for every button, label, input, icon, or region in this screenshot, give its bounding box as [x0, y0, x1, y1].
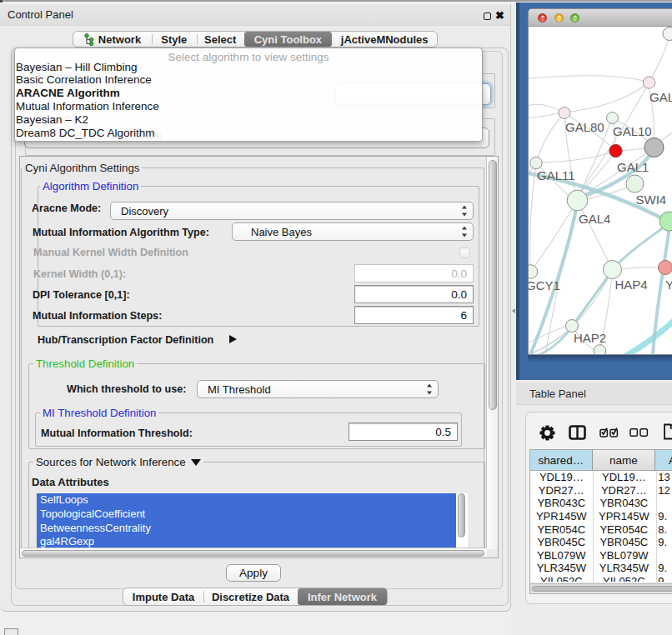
algorithm-item[interactable]: Basic Correlation Inference — [15, 73, 159, 87]
close-icon[interactable]: ✖ — [495, 9, 504, 22]
algorithm-item[interactable]: Dream8 DC_TDC Algorithm — [15, 127, 159, 140]
network-edge[interactable] — [536, 113, 564, 162]
network-node-node-bottom[interactable] — [594, 345, 606, 355]
network-edge[interactable] — [660, 128, 672, 142]
file-icon[interactable] — [663, 423, 672, 440]
tab-style[interactable]: Style — [152, 32, 197, 47]
network-edge[interactable] — [564, 82, 649, 112]
algorithm-item[interactable]: Bayesian – K2 — [15, 113, 159, 127]
list-scrollbar-thumb[interactable] — [458, 493, 466, 538]
table-row[interactable]: YIL052CYIL052C9. — [530, 575, 672, 582]
close-traffic-light[interactable] — [538, 13, 547, 22]
split-column-icon[interactable] — [569, 425, 586, 440]
network-window-titlebar[interactable] — [529, 9, 672, 27]
network-node-SWI4[interactable] — [626, 175, 644, 192]
table-panel-titlebar[interactable]: Table Panel — [516, 382, 672, 405]
network-edge[interactable] — [621, 268, 659, 269]
table-horizontal-scrollbar[interactable] — [530, 583, 672, 592]
network-edge[interactable] — [529, 113, 559, 118]
network-node-node-top-right[interactable] — [663, 28, 672, 41]
control-panel-titlebar[interactable]: Control Panel ✖ — [0, 4, 510, 26]
unselect-all-icon[interactable] — [629, 428, 649, 437]
horizontal-scrollbar-thumb[interactable] — [22, 550, 484, 558]
mi-threshold-field[interactable]: 0.5 — [349, 422, 458, 441]
mi-algorithm-type-combobox[interactable]: Naive Bayes — [232, 222, 474, 241]
network-node-GAL11[interactable] — [530, 157, 542, 168]
aracne-mode-combobox[interactable]: Discovery — [110, 202, 474, 220]
tab-impute-data[interactable]: Impute Data — [123, 588, 203, 605]
collapse-caret-icon[interactable] — [191, 459, 201, 466]
network-node-node-salmon[interactable] — [659, 261, 672, 275]
kernel-width-field[interactable]: 0.0 — [354, 264, 474, 282]
tab-cyni-toolbox[interactable]: Cyni Toolbox — [244, 32, 332, 47]
which-threshold-value: MI Threshold — [208, 383, 271, 396]
vertical-scrollbar[interactable] — [486, 157, 498, 549]
select-all-icon[interactable] — [599, 427, 619, 438]
network-edge[interactable] — [530, 163, 536, 272]
table-row[interactable]: YBL079WYBL079W — [530, 549, 672, 562]
apply-button[interactable]: Apply — [226, 564, 281, 582]
network-node-HAP4[interactable] — [604, 261, 622, 279]
network-node-label: GAL10 — [613, 124, 652, 138]
data-attribute-item[interactable]: SelfLoops — [37, 493, 456, 508]
algorithm-item[interactable]: Bayesian – Hill Climbing — [15, 61, 159, 74]
table-row[interactable]: YLR345WYLR345W9. — [530, 562, 672, 575]
table-row[interactable]: YDR27…YDR27…12 — [530, 484, 672, 498]
data-attributes-list[interactable]: SelfLoopsTopologicalCoefficientBetweenne… — [37, 493, 468, 548]
network-node-GAL80[interactable] — [559, 108, 570, 119]
which-threshold-combobox[interactable]: MI Threshold — [197, 380, 439, 398]
expander-right-icon[interactable] — [229, 335, 237, 343]
network-edge-highlighted[interactable] — [617, 315, 672, 355]
horizontal-scrollbar[interactable] — [20, 548, 487, 558]
manual-kernel-checkbox[interactable] — [459, 248, 470, 258]
network-node-GAL2[interactable] — [643, 77, 654, 88]
dpi-tolerance-field[interactable]: 0.0 — [354, 285, 474, 303]
control-panel-tabbar: Network Style Select Cyni Toolbox jActiv… — [73, 31, 438, 48]
tab-infer-network[interactable]: Infer Network — [298, 588, 387, 605]
algorithm-item[interactable]: Mutual Information Inference — [15, 100, 159, 113]
table-row[interactable]: YBR045CYBR045C9. — [530, 536, 672, 549]
tab-jactivemnodules[interactable]: jActiveMNodules — [332, 32, 438, 47]
minimize-traffic-light[interactable] — [554, 13, 564, 22]
column-header[interactable]: name — [593, 450, 656, 470]
zoom-traffic-light[interactable] — [570, 13, 579, 22]
algorithm-item[interactable]: ARACNE Algorithm — [15, 87, 159, 100]
mi-steps-field[interactable]: 6 — [354, 306, 474, 324]
mi-threshold-value: 0.5 — [435, 426, 451, 438]
table-cell: YPR145W — [530, 510, 593, 523]
float-window-icon[interactable] — [484, 12, 491, 20]
network-node-node-mid-green[interactable] — [607, 112, 619, 124]
data-attribute-item[interactable]: BetweennessCentrality — [37, 522, 456, 536]
network-edge[interactable] — [536, 151, 615, 162]
network-node-label: GAL11 — [537, 168, 575, 182]
network-edge[interactable] — [529, 76, 649, 82]
data-attribute-item[interactable]: TopologicalCoefficient — [37, 508, 456, 522]
table-row[interactable]: YER054CYER054C8. — [530, 522, 672, 536]
table-horizontal-scrollbar-thumb[interactable] — [532, 586, 672, 592]
column-header[interactable]: shared… — [530, 450, 593, 470]
data-attribute-item[interactable]: gal4RGexp — [37, 535, 456, 548]
tab-select[interactable]: Select — [197, 32, 244, 47]
network-node-GAL4[interactable] — [567, 190, 588, 211]
gear-icon[interactable] — [539, 425, 555, 441]
tab-network[interactable]: Network — [73, 32, 152, 47]
vertical-scrollbar-thumb[interactable] — [489, 160, 497, 410]
table-row[interactable]: YDL19…YDL19…13 — [530, 471, 672, 484]
table-cell — [655, 549, 672, 562]
table-cell: YDL19… — [530, 471, 593, 484]
network-node-GAL10[interactable] — [644, 138, 664, 158]
control-panel-title: Control Panel — [8, 8, 73, 21]
tab-discretize-data[interactable]: Discretize Data — [203, 588, 298, 605]
network-node-GAL1[interactable] — [609, 144, 622, 157]
network-node-label: SWI4 — [636, 192, 667, 207]
network-canvas[interactable]: GAL2GAL80GAL10GAL1GAL11SWI4GAL4GCY1HAP4Y… — [529, 27, 672, 355]
column-header[interactable]: A — [655, 450, 672, 470]
table-row[interactable]: YPR145WYPR145W9. — [530, 510, 672, 523]
table-cell: YLR345W — [593, 562, 656, 575]
network-edge[interactable] — [649, 35, 669, 82]
table-row[interactable]: YBR043CYBR043C — [530, 497, 672, 510]
splitter-collapse-icon[interactable] — [512, 308, 515, 313]
network-node-GCY1[interactable] — [529, 265, 538, 278]
combo-arrows-icon — [461, 206, 467, 217]
table-cell: 13 — [655, 471, 672, 484]
